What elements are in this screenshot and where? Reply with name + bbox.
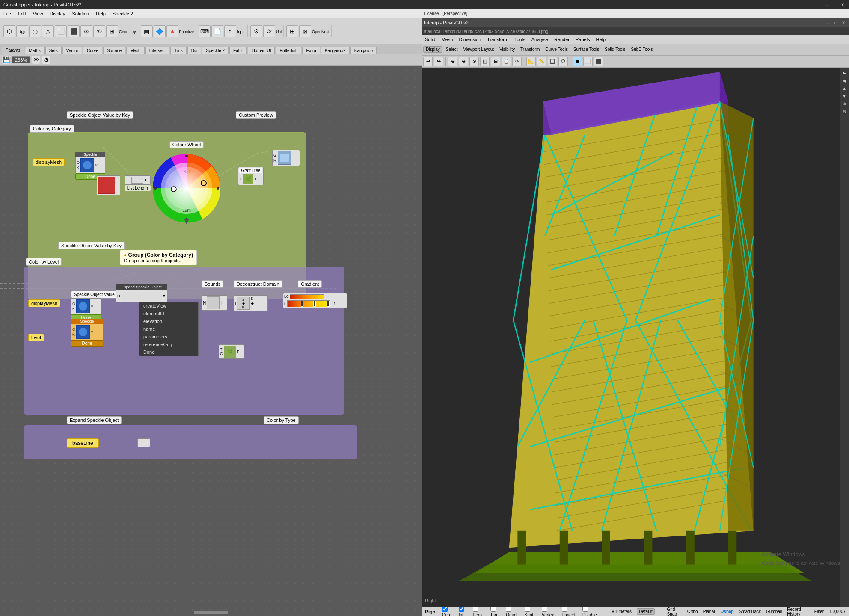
tab-vector[interactable]: Vector <box>62 47 82 54</box>
gh-menu-edit[interactable]: Edit <box>16 11 28 17</box>
tab-solid-tools[interactable]: Solid Tools <box>603 47 627 52</box>
ortho-btn[interactable]: Ortho <box>687 609 698 614</box>
geo-btn-8[interactable]: ⟲ <box>93 25 105 37</box>
rhino-btn-render[interactable]: ⬛ <box>594 57 603 66</box>
rhino-btn-1[interactable]: ↩ <box>423 57 433 66</box>
side-btn-6[interactable]: ⊖ <box>841 108 848 115</box>
rhino-btn-12[interactable]: 🔲 <box>548 57 557 66</box>
dropdown-referenceonly[interactable]: referenceOnly <box>139 341 198 348</box>
tab-kangaroo[interactable]: Kangaroo <box>350 47 377 54</box>
prim-btn-3[interactable]: 🔺 <box>166 25 178 37</box>
rhino-window-controls[interactable]: ─ □ ✕ <box>825 20 846 26</box>
record-history-btn[interactable]: Record History <box>787 607 809 616</box>
menu-mesh[interactable]: Mesh <box>439 36 454 42</box>
grid-snap-btn[interactable]: Grid Snap <box>667 607 682 616</box>
menu-dimension[interactable]: Dimension <box>457 36 483 42</box>
util-btn-1[interactable]: ⚙ <box>250 25 262 37</box>
dropdown-elementid[interactable]: elementId <box>139 310 198 317</box>
baseline-param[interactable]: baseLine <box>67 438 99 448</box>
tab-surface[interactable]: Surface <box>103 47 125 54</box>
rhino-viewport[interactable]: Activate Windows Go to Settings to activ… <box>422 68 849 607</box>
save-btn[interactable]: 💾 <box>2 56 10 64</box>
geo-btn-3[interactable]: ◌ <box>29 25 41 37</box>
status-tan[interactable]: Tan <box>490 606 501 616</box>
graft-tree-node[interactable]: Graft Tree T 🌿 T <box>238 167 264 185</box>
tab-dis[interactable]: Dis <box>187 47 201 54</box>
rhino-btn-shaded[interactable]: ◼ <box>573 57 582 66</box>
menu-solid[interactable]: Solid <box>423 36 437 42</box>
custom-preview-node[interactable]: G M <box>272 150 300 166</box>
status-cen[interactable]: Cen <box>442 606 454 616</box>
side-btn-3[interactable]: ▲ <box>841 85 848 92</box>
tab-subd-tools[interactable]: SubD Tools <box>629 47 655 52</box>
opennest-btn-2[interactable]: ⊠ <box>299 25 311 37</box>
rhino-close[interactable]: ✕ <box>840 20 846 26</box>
rhino-btn-10[interactable]: 📐 <box>526 57 536 66</box>
rhino-btn-wire[interactable]: ⬜ <box>583 57 593 66</box>
status-knot[interactable]: Knot <box>525 606 537 616</box>
input-btn-2[interactable]: 📄 <box>211 25 223 37</box>
osnap-btn[interactable]: Osnap <box>721 609 734 614</box>
rhino-btn-7[interactable]: ⊞ <box>491 57 500 66</box>
rhino-btn-4[interactable]: ⊖ <box>459 57 468 66</box>
gradient-node[interactable]: L0 t L1 <box>283 293 347 308</box>
dropdown-elevation[interactable]: elevation <box>139 317 198 325</box>
tab-humanui[interactable]: Human UI <box>248 47 275 54</box>
settings-btn[interactable]: ⚙ <box>42 56 50 64</box>
input-btn-3[interactable]: 🎚 <box>224 25 236 37</box>
tab-sets[interactable]: Sets <box>45 47 62 54</box>
dropdown-createview[interactable]: createView <box>139 302 198 310</box>
status-vertex[interactable]: Vertex <box>542 606 556 616</box>
geo-btn-7[interactable]: ⊛ <box>80 25 92 37</box>
list-length-node[interactable]: L L List Length <box>125 175 151 191</box>
close-button[interactable]: ✕ <box>840 2 846 8</box>
displayMesh-param[interactable]: displayMesh <box>33 158 65 166</box>
preview-toggle[interactable]: 👁 <box>32 56 40 64</box>
tab-visibility[interactable]: Visibility <box>497 47 517 52</box>
tab-speckle2[interactable]: Speckle 2 <box>202 47 229 54</box>
done-btn-orange[interactable]: Done <box>71 340 103 346</box>
tab-pufferfish[interactable]: Pufferfish <box>276 47 301 54</box>
menu-help[interactable]: Help <box>594 36 608 42</box>
gh-menu-file[interactable]: File <box>2 11 13 17</box>
small-node3[interactable] <box>137 438 150 447</box>
tab-select[interactable]: Select <box>444 47 460 52</box>
gh-menu-display[interactable]: Display <box>48 11 67 17</box>
tab-display[interactable]: Display <box>423 46 442 53</box>
geo-btn-9[interactable]: ⊞ <box>106 25 118 37</box>
tab-viewport-layout[interactable]: Viewport Layout <box>461 47 496 52</box>
menu-render[interactable]: Render <box>552 36 571 42</box>
geo-btn-1[interactable]: ⬡ <box>3 25 15 37</box>
dropdown-done[interactable]: Done <box>139 348 198 356</box>
level-param[interactable]: level <box>28 334 44 341</box>
rhino-minimize[interactable]: ─ <box>825 20 831 26</box>
menu-tools[interactable]: Tools <box>513 36 527 42</box>
colour-wheel-container[interactable]: Colour Wheel <box>148 141 225 225</box>
status-disable[interactable]: Disable <box>582 606 599 616</box>
tab-mesh[interactable]: Mesh <box>126 47 144 54</box>
tab-surface-tools[interactable]: Surface Tools <box>571 47 601 52</box>
geo-btn-6[interactable]: ⬛ <box>68 25 80 37</box>
tab-maths[interactable]: Maths <box>25 47 44 54</box>
window-controls[interactable]: ─ □ ✕ <box>824 2 846 8</box>
menu-panels[interactable]: Panels <box>574 36 592 42</box>
deconstruct-domain-node[interactable]: I S ◆ E S ◆ E <box>234 295 268 311</box>
menu-transform[interactable]: Transform <box>485 36 510 42</box>
t-g-node[interactable]: TG 🌿 T <box>219 344 244 359</box>
geo-btn-4[interactable]: △ <box>42 25 54 37</box>
maximize-button[interactable]: □ <box>832 2 838 8</box>
tab-params[interactable]: Params <box>2 47 24 54</box>
geo-btn-5[interactable]: ⬜ <box>55 25 67 37</box>
status-int[interactable]: Int <box>459 606 468 616</box>
tab-transform[interactable]: Transform <box>518 47 542 52</box>
side-btn-4[interactable]: ▼ <box>841 92 848 99</box>
status-project[interactable]: Project <box>562 606 578 616</box>
minimize-button[interactable]: ─ <box>824 2 830 8</box>
planar-btn[interactable]: Planar <box>703 609 715 614</box>
dropdown-parameters[interactable]: parameters <box>139 333 198 341</box>
gh-menu-solution[interactable]: Solution <box>70 11 91 17</box>
rhino-btn-9[interactable]: ⟳ <box>512 57 522 66</box>
tab-extra[interactable]: Extra <box>302 47 320 54</box>
side-btn-1[interactable]: ▶ <box>841 69 848 76</box>
gumball-btn[interactable]: Gumball <box>766 609 782 614</box>
